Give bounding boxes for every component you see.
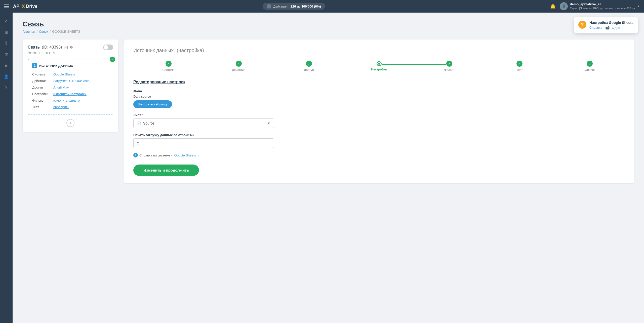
toggle-switch[interactable]	[103, 45, 113, 50]
sidebar-item-grid[interactable]: ⊞	[2, 28, 11, 37]
row-val-sistema[interactable]: Google Sheets	[53, 71, 75, 78]
datasource-header: 1 ИСТОЧНИК ДАННЫХ	[32, 63, 109, 68]
step-circle-nastroyki	[377, 61, 382, 66]
actions-count: 226 из 100'000 (0%)	[291, 5, 321, 8]
conn-icons: 📋 ⚙	[64, 45, 73, 49]
submit-button[interactable]: Изменить и продолжить	[133, 165, 199, 176]
content-row: Связь (ID: 43398) 📋 ⚙ GOOGLE SHEETS ✓ 1 …	[23, 39, 634, 183]
datasource-num: 1	[32, 63, 37, 68]
gear-icon[interactable]: ⚙	[70, 45, 73, 49]
field-group-startrow: Начать загрузку данных со строки №	[133, 133, 625, 148]
sidebar-item-user[interactable]: 👤	[2, 72, 11, 81]
settings-title-main: Источник данных	[133, 48, 174, 53]
row-key-sistema: Система	[32, 71, 50, 78]
row-key-filtr: Фильтр	[32, 97, 50, 104]
step-label-sistema: Система	[162, 68, 174, 72]
check-badge: ✓	[110, 57, 115, 62]
chevron-down-icon: ▼	[267, 121, 270, 125]
row-val-filtr[interactable]: изменить фильтр	[53, 97, 80, 104]
copy-icon[interactable]: 📋	[64, 45, 68, 49]
breadcrumb: Главная / Связи / GOOGLE SHEETS	[23, 30, 634, 33]
help-tooltip-content: Настройка Google Sheets Справка 📹 Видео	[589, 21, 633, 30]
datasource-rows: Система Google Sheets Действие Загрузить…	[32, 71, 109, 110]
row-val-deystvie[interactable]: Загрузить СТРОКИ (все)	[53, 78, 91, 84]
add-connection-button[interactable]: +	[66, 119, 74, 127]
sidebar-item-dollar[interactable]: $	[2, 39, 11, 48]
step-test: ✓ Тест	[485, 61, 555, 72]
select-table-button[interactable]: Выбрать таблицу	[133, 100, 172, 108]
step-circle-filtr: ✓	[446, 61, 452, 67]
sidebar-item-home[interactable]: ⌂	[2, 17, 11, 26]
brand-logo: API X Drive	[13, 4, 37, 9]
actions-label: Действия:	[273, 5, 289, 8]
navbar-right: 🔔 👤 demo_apix-drive_s3 Тариф |Премиум PR…	[550, 2, 640, 10]
doc-icon: 📄	[137, 122, 141, 125]
breadcrumb-home[interactable]: Главная	[23, 30, 35, 33]
sidebar-item-mail[interactable]: ✉	[2, 50, 11, 59]
settings-panel: Источник данных (настройка) ✓ Система ✓ …	[124, 39, 634, 183]
sheet-dropdown-inner: 📄 Source	[137, 121, 154, 125]
breadcrumb-current: GOOGLE SHEETS	[52, 30, 80, 33]
field-group-sheet: Лист* 📄 Source ▼	[133, 113, 625, 128]
help-tooltip-link-video[interactable]: 📹 Видео	[605, 26, 620, 30]
step-label-dostup: Доступ	[304, 68, 314, 72]
breadcrumb-sep1: /	[36, 30, 37, 33]
row-filtr: Фильтр изменить фильтр	[32, 97, 109, 104]
help-link-google[interactable]: Google Sheets	[174, 153, 196, 157]
help-text-suffix: »	[197, 153, 199, 157]
start-row-input[interactable]	[133, 138, 274, 148]
row-val-nastroyki[interactable]: изменить настройки	[53, 91, 87, 97]
help-tooltip: ? Настройка Google Sheets Справка 📹 Виде…	[574, 17, 638, 33]
user-section[interactable]: 👤 demo_apix-drive_s3 Тариф |Премиум PRO|…	[560, 2, 640, 10]
brand-api-text: API	[13, 4, 21, 9]
brand-drive-text: Drive	[26, 4, 37, 9]
step-dostup: ✓ Доступ	[274, 61, 344, 72]
actions-pill: i Действия: 226 из 100'000 (0%)	[263, 3, 325, 10]
connection-header: Связь (ID: 43398) 📋 ⚙	[28, 45, 113, 50]
row-val-dostup[interactable]: Andrii Mav	[53, 84, 69, 91]
step-label-filtr: Фильтр	[444, 68, 454, 72]
breadcrumb-connections[interactable]: Связи	[39, 30, 48, 33]
sheet-value: Source	[143, 121, 154, 125]
row-key-nastroyki: Настройки	[32, 91, 50, 97]
hamburger-menu[interactable]	[4, 5, 9, 8]
connection-id: (ID: 43398)	[42, 45, 62, 50]
info-icon[interactable]: i	[267, 4, 271, 9]
connection-title: Связь (ID: 43398) 📋 ⚙	[28, 45, 73, 50]
sidebar: ⌂ ⊞ $ ✉ ▶ 👤 ?	[0, 13, 13, 323]
brand-x-text: X	[22, 4, 25, 9]
row-deystvie: Действие Загрузить СТРОКИ (все)	[32, 78, 109, 84]
row-key-dostup: Доступ	[32, 84, 50, 91]
step-finish: ✓ Финиш	[555, 61, 625, 72]
row-key-deystvie: Действие	[32, 78, 50, 84]
sidebar-item-play[interactable]: ▶	[2, 61, 11, 70]
user-tariff: Тариф |Премиум PRO| до оплаты осталось 3…	[570, 7, 635, 10]
step-nastroyki[interactable]: Настройки	[344, 61, 414, 71]
start-row-label: Начать загрузку данных со строки №	[133, 133, 625, 137]
page-title: Связь	[23, 20, 634, 28]
help-tooltip-icon: ?	[578, 21, 586, 29]
settings-title-sub: (настройка)	[177, 48, 204, 53]
user-info: demo_apix-drive_s3 Тариф |Премиум PRO| д…	[570, 2, 635, 10]
step-filtr: ✓ Фильтр	[414, 61, 485, 72]
main-content: Связь Главная / Связи / GOOGLE SHEETS Св…	[13, 13, 644, 323]
required-star: *	[142, 113, 143, 117]
user-avatar: 👤	[560, 2, 568, 10]
step-circle-deystvie: ✓	[236, 61, 242, 67]
row-val-test[interactable]: проверить	[53, 104, 69, 110]
settings-title: Источник данных (настройка)	[133, 47, 625, 54]
row-dostup: Доступ Andrii Mav	[32, 84, 109, 91]
step-circle-test: ✓	[516, 61, 522, 67]
steps-row: ✓ Система ✓ Действие ✓ Доступ Настройки	[133, 61, 625, 72]
row-key-test: Тест	[32, 104, 50, 110]
sidebar-item-help[interactable]: ?	[2, 83, 11, 92]
bell-icon[interactable]: 🔔	[550, 4, 556, 9]
sheet-dropdown[interactable]: 📄 Source ▼	[133, 118, 274, 128]
step-deystvie: ✓ Действие	[204, 61, 274, 72]
help-tooltip-link-help[interactable]: Справка	[589, 26, 602, 30]
breadcrumb-sep2: /	[50, 30, 51, 33]
chevron-down-icon: ▼	[637, 5, 640, 8]
step-circle-finish: ✓	[587, 61, 593, 67]
datasource-card: ✓ 1 ИСТОЧНИК ДАННЫХ Система Google Sheet…	[28, 59, 113, 115]
datasource-label: ИСТОЧНИК ДАННЫХ	[39, 64, 73, 68]
